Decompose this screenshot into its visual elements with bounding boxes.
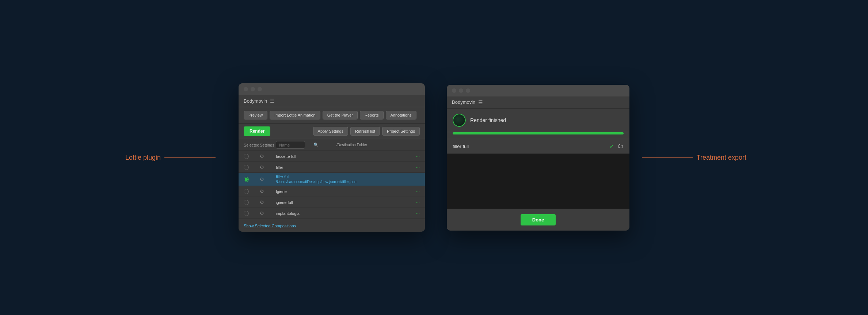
row-name-filler: filler <box>276 165 347 170</box>
render-button[interactable]: Render <box>244 126 270 136</box>
maximize-button-left[interactable] <box>258 87 262 91</box>
table-row: ⚙ faccette full ··· <box>239 151 425 162</box>
menu-icon-left[interactable]: ☰ <box>270 98 275 104</box>
radio-select-faccette[interactable] <box>244 154 249 159</box>
done-button[interactable]: Done <box>521 214 556 225</box>
row-menu-filler[interactable]: ··· <box>349 165 420 170</box>
table-row: ⚙ igiene full ··· <box>239 197 425 208</box>
minimize-button-left[interactable] <box>251 87 255 91</box>
radio-select-igiene-full[interactable] <box>244 200 249 205</box>
window-header-right: Bodymovin ☰ <box>447 96 629 109</box>
progress-bar-container <box>447 132 629 139</box>
render-status-text: Render finished <box>470 117 506 123</box>
row-name-filler-full: filler full <box>276 175 357 179</box>
refresh-list-button[interactable]: Refresh list <box>350 127 380 136</box>
row-menu-faccette[interactable]: ··· <box>349 154 420 159</box>
window-header-left: Bodymovin ☰ <box>239 95 425 107</box>
table-row-active: ⚙ filler full /Users/saracosmai/Desktop/… <box>239 173 425 186</box>
table-row: ⚙ implantologia ··· <box>239 208 425 219</box>
project-settings-button[interactable]: Project Settings <box>382 127 420 136</box>
table-header: Selected Settings 🔍 ../Destination Folde… <box>239 139 425 151</box>
preview-area <box>447 154 629 209</box>
composition-icons: ✓ 🗂 <box>609 143 624 150</box>
col-header-selected: Selected <box>244 143 258 147</box>
done-bar: Done <box>447 209 629 231</box>
show-selected-bar: Show Selected Compositions <box>239 219 425 232</box>
settings-icon-filler-full[interactable]: ⚙ <box>260 177 274 182</box>
progress-bar-fill <box>453 132 624 134</box>
toolbar-bottom: Render Apply Settings Refresh list Proje… <box>239 124 425 139</box>
render-status-bar: Render finished <box>447 109 629 132</box>
export-window: Bodymovin ☰ Render finished filler full <box>447 85 629 231</box>
window-title-right: Bodymovin <box>452 99 475 105</box>
radio-select-implantologia[interactable] <box>244 211 249 216</box>
composition-status-row: filler full ✓ 🗂 <box>447 139 629 154</box>
compositions-table: ⚙ faccette full ··· ⚙ filler ··· ⚙ <box>239 151 425 219</box>
window-title-left: Bodymovin <box>244 98 267 104</box>
row-menu-igiene-full[interactable]: ··· <box>349 200 420 205</box>
lottie-plugin-label: Lottie plugin <box>125 154 216 162</box>
folder-icon[interactable]: 🗂 <box>618 143 624 149</box>
close-button-left[interactable] <box>244 87 248 91</box>
settings-icon-filler[interactable]: ⚙ <box>260 164 274 170</box>
col-header-destination: ../Destination Folder <box>307 143 367 147</box>
render-icon <box>453 114 466 127</box>
composition-name: filler full <box>453 144 469 149</box>
row-name-implantologia: implantologia <box>276 211 347 216</box>
row-menu-implantologia[interactable]: ··· <box>349 211 420 216</box>
treatment-export-label: Treatment export <box>642 154 746 162</box>
settings-icon-igiene[interactable]: ⚙ <box>260 189 274 194</box>
reports-button[interactable]: Reports <box>360 111 384 119</box>
progress-bar-background <box>453 132 624 134</box>
search-box[interactable]: 🔍 <box>276 141 305 149</box>
minimize-button-right[interactable] <box>459 88 463 93</box>
row-name-faccette: faccette full <box>276 154 347 159</box>
row-path-filler-full: /Users/saracosmai/Desktop/new-json-eti/f… <box>276 180 357 184</box>
menu-icon-right[interactable]: ☰ <box>478 99 483 105</box>
radio-select-igiene[interactable] <box>244 189 249 194</box>
show-selected-link[interactable]: Show Selected Compositions <box>244 224 296 228</box>
table-row: ⚙ Igiene ··· <box>239 186 425 197</box>
radio-select-filler[interactable] <box>244 165 249 170</box>
settings-icon-faccette[interactable]: ⚙ <box>260 153 274 159</box>
settings-icon-implantologia[interactable]: ⚙ <box>260 210 274 216</box>
toolbar-top: Preview Import Lottie Animation Get the … <box>239 107 425 124</box>
radio-select-filler-full[interactable] <box>244 177 249 182</box>
maximize-button-right[interactable] <box>466 88 470 93</box>
get-player-button[interactable]: Get the Player <box>323 111 358 119</box>
table-row: ⚙ filler ··· <box>239 162 425 173</box>
checkmark-icon: ✓ <box>609 143 614 150</box>
lottie-plugin-window: Bodymovin ☰ Preview Import Lottie Animat… <box>239 83 425 232</box>
preview-button[interactable]: Preview <box>244 111 267 119</box>
window-titlebar-left <box>239 83 425 95</box>
annotations-button[interactable]: Annotations <box>386 111 416 119</box>
col-header-settings: Settings <box>260 143 274 147</box>
close-button-right[interactable] <box>452 88 456 93</box>
import-button[interactable]: Import Lottie Animation <box>270 111 320 119</box>
window-titlebar-right <box>447 85 629 96</box>
row-menu-igiene[interactable]: ··· <box>349 189 420 194</box>
settings-icon-igiene-full[interactable]: ⚙ <box>260 200 274 205</box>
row-name-igiene: Igiene <box>276 189 347 194</box>
apply-settings-button[interactable]: Apply Settings <box>313 127 348 136</box>
row-name-igiene-full: igiene full <box>276 200 347 205</box>
